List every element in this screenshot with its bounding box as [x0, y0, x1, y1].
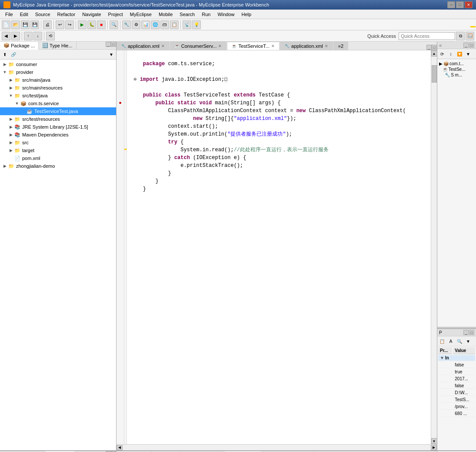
minimize-button[interactable]: – — [447, 1, 455, 8]
prop-row-2[interactable]: true — [438, 369, 475, 375]
close-tab-4[interactable]: ✕ — [325, 44, 328, 48]
collapse-all-button[interactable]: ⬆ — [1, 50, 9, 58]
tool8[interactable]: 💡 — [192, 20, 201, 29]
menu-navigate[interactable]: Navigate — [79, 11, 104, 18]
scroll-up-button[interactable]: ▲ — [431, 50, 437, 56]
code-editor[interactable]: package com.ts.service; ⊕ import java.io… — [127, 50, 431, 444]
maximize-right-bottom[interactable]: □ — [469, 330, 474, 335]
prop-row-8[interactable]: 680 ... — [438, 411, 475, 417]
menu-window[interactable]: Window — [214, 11, 238, 18]
forward-button[interactable]: ▶ — [11, 32, 20, 40]
back-button[interactable]: ◀ — [2, 32, 10, 40]
maximize-right-top[interactable]: □ — [469, 43, 474, 48]
maximize-button[interactable]: □ — [456, 1, 464, 8]
hscroll-right[interactable]: ▶ — [431, 445, 437, 450]
scroll-thumb[interactable] — [432, 65, 437, 83]
tool6[interactable]: 📋 — [170, 20, 179, 29]
tab-application-xml-1[interactable]: 🔧 application.xml ✕ — [117, 42, 170, 50]
prop-row-4[interactable]: false — [438, 383, 475, 389]
tab-consumer-serv[interactable]: ☕ ConsumerServ... ✕ — [170, 42, 227, 50]
tool3[interactable]: 📊 — [141, 20, 150, 29]
search-button[interactable]: 🔍 — [110, 20, 118, 29]
tab-overflow[interactable]: »2 — [333, 42, 348, 50]
minimize-editor-button[interactable]: _ — [426, 45, 432, 50]
code-text[interactable]: package com.ts.service; ⊕ import java.io… — [127, 50, 431, 444]
menu-file[interactable]: File — [2, 11, 17, 18]
quick-access-input[interactable] — [399, 32, 455, 40]
new-button[interactable]: 📄 — [2, 20, 10, 29]
tree-jre[interactable]: ▶ 📚 JRE System Library [J2SE-1.5] — [0, 123, 116, 131]
menu-myeclipse[interactable]: MyEclipse — [126, 11, 155, 18]
close-tab-2[interactable]: ✕ — [218, 44, 222, 48]
undo-button[interactable]: ↩ — [56, 20, 64, 29]
minimize-right-bottom[interactable]: _ — [463, 330, 469, 335]
outline-hide-button[interactable]: 🔽 — [456, 50, 463, 58]
menu-refactor[interactable]: Refactor — [54, 11, 79, 18]
props-cat-button[interactable]: 📋 — [438, 337, 446, 345]
prop-row-1[interactable]: false — [438, 362, 475, 368]
nav3[interactable]: ⟲ — [46, 32, 55, 40]
outline-sort-button[interactable]: ↕ — [447, 50, 455, 58]
tree-pomxml[interactable]: 📄 pom.xml — [0, 154, 116, 162]
tree-maven-deps[interactable]: ▶ 📚 Maven Dependencies — [0, 131, 116, 139]
tool5[interactable]: 🗃 — [160, 20, 169, 29]
tree-src-main-java[interactable]: ▶ 📁 src/main/java — [0, 76, 116, 84]
outline-testse[interactable]: ☕ TestSe... — [439, 66, 474, 72]
redo-button[interactable]: ↪ — [65, 20, 74, 29]
menu-search[interactable]: Search — [176, 11, 198, 18]
tab-application-xml-2[interactable]: 🔧 application.xml ✕ — [280, 42, 333, 50]
tab-package-explorer[interactable]: 📦 Package ... — [0, 42, 39, 50]
outline-menu-button[interactable]: ▼ — [464, 50, 472, 58]
menu-mobile[interactable]: Mobile — [155, 11, 176, 18]
minimize-right-top[interactable]: _ — [463, 43, 469, 48]
editor-hscrollbar[interactable]: ◀ ▶ — [117, 444, 437, 450]
tab-testservice[interactable]: ☕ TestServiceT... ✕ — [227, 42, 280, 50]
tool7[interactable]: 📡 — [183, 20, 191, 29]
prop-row-3[interactable]: 2017... — [438, 376, 475, 382]
tree-src-main-resources[interactable]: ▶ 📁 src/main/resources — [0, 84, 116, 92]
print-button[interactable]: 🖨 — [43, 20, 52, 29]
tree-zhongjialian[interactable]: ▶ 📁 zhongjialian-demo — [0, 162, 116, 170]
close-tab-1[interactable]: ✕ — [161, 44, 165, 48]
scroll-down-button[interactable]: ▼ — [431, 438, 437, 444]
prop-row-5[interactable]: D:\W... — [438, 390, 475, 396]
tree-src-test-java[interactable]: ▼ 📁 src/test/java — [0, 92, 116, 100]
open-button[interactable]: 📂 — [11, 20, 20, 29]
props-menu-button[interactable]: ▼ — [464, 337, 472, 345]
save-all-button[interactable]: 💾 — [30, 20, 39, 29]
maximize-panel-button[interactable]: □ — [111, 42, 116, 47]
tool1[interactable]: 🔧 — [122, 20, 131, 29]
tool4[interactable]: 🌐 — [151, 20, 160, 29]
link-editor-button[interactable]: 🔗 — [10, 50, 17, 58]
prop-row-6[interactable]: TestS... — [438, 397, 475, 403]
nav1[interactable]: ↑ — [24, 32, 33, 40]
outline-com-t[interactable]: ▶ 📦 com.t... — [439, 61, 474, 66]
close-button[interactable]: ✕ — [465, 1, 473, 8]
props-alpha-button[interactable]: A — [447, 337, 455, 345]
prop-row-7[interactable]: /prov... — [438, 404, 475, 410]
debug-button[interactable]: 🐛 — [87, 20, 96, 29]
view-menu-button[interactable]: ▼ — [107, 50, 115, 58]
tree-src[interactable]: ▶ 📁 src — [0, 139, 116, 146]
menu-project[interactable]: Project — [105, 11, 126, 18]
menu-edit[interactable]: Edit — [17, 11, 32, 18]
close-tab-3[interactable]: ✕ — [271, 44, 275, 48]
open-perspective[interactable]: 🪟 — [466, 32, 474, 40]
tab-type-hierarchy[interactable]: 🔠 Type Hie... — [39, 42, 77, 49]
tree-com-ts-service[interactable]: ▼ 📦 com.ts.service — [0, 100, 116, 107]
minimize-panel-button[interactable]: _ — [106, 42, 111, 47]
run-button[interactable]: ▶ — [78, 20, 87, 29]
scroll-track[interactable] — [431, 56, 437, 438]
tree-src-test-resources[interactable]: ▶ 📁 src/test/resources — [0, 115, 116, 123]
outline-sync-button[interactable]: ⟳ — [438, 50, 446, 58]
tree-testservicetest[interactable]: ☕ TestServiceTest.java — [0, 107, 116, 115]
props-filter-button[interactable]: 🔍 — [456, 337, 463, 345]
hscroll-left[interactable]: ◀ — [117, 445, 123, 450]
editor-scrollbar[interactable]: ▲ ▼ — [431, 50, 437, 444]
maximize-editor-button[interactable]: □ — [432, 45, 437, 50]
perspective-button[interactable]: ⧉ — [456, 32, 465, 40]
stop-button[interactable]: ■ — [97, 20, 106, 29]
menu-help[interactable]: Help — [238, 11, 255, 18]
menu-run[interactable]: Run — [198, 11, 214, 18]
nav2[interactable]: ↓ — [33, 32, 42, 40]
